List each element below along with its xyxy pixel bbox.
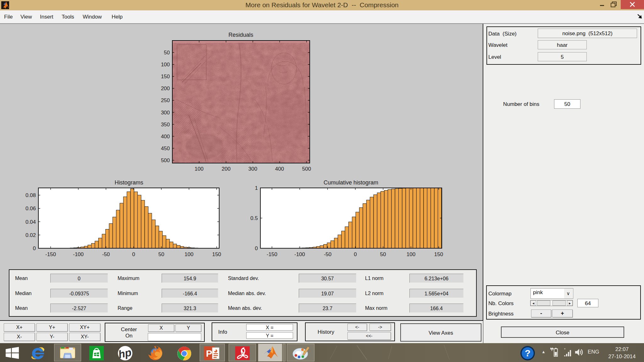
svg-text:0: 0 — [354, 251, 357, 257]
svg-text:400: 400 — [161, 134, 170, 140]
svg-text:0.04: 0.04 — [25, 219, 36, 225]
svg-text:*: * — [564, 348, 566, 351]
svg-text:350: 350 — [161, 122, 170, 128]
svg-text:150: 150 — [161, 74, 170, 80]
svg-text:150: 150 — [212, 251, 221, 257]
svg-text:50: 50 — [158, 251, 164, 257]
svg-text:-150: -150 — [267, 251, 277, 257]
svg-text:300: 300 — [248, 166, 257, 172]
svg-text:0.02: 0.02 — [25, 232, 36, 238]
svg-text:Histograms: Histograms — [114, 179, 143, 186]
svg-text:400: 400 — [275, 166, 284, 172]
svg-text:50: 50 — [164, 50, 170, 56]
svg-text:450: 450 — [161, 145, 170, 151]
svg-text:Residuals: Residuals — [228, 32, 253, 38]
svg-text:-50: -50 — [324, 251, 332, 257]
svg-text:0.5: 0.5 — [250, 215, 258, 221]
svg-text:-50: -50 — [102, 251, 110, 257]
svg-text:300: 300 — [161, 110, 170, 116]
svg-text:0: 0 — [255, 245, 258, 251]
svg-text:0: 0 — [132, 251, 135, 257]
svg-text:500: 500 — [302, 166, 311, 172]
svg-text:200: 200 — [222, 166, 230, 172]
svg-text:150: 150 — [434, 251, 443, 257]
svg-text:-100: -100 — [73, 251, 84, 257]
svg-text:?: ? — [525, 348, 530, 358]
svg-text:-100: -100 — [294, 251, 305, 257]
svg-text:P: P — [206, 348, 212, 359]
svg-text:100: 100 — [185, 251, 193, 257]
svg-text:500: 500 — [161, 157, 170, 163]
svg-text:1: 1 — [255, 185, 258, 191]
svg-text:200: 200 — [161, 85, 170, 91]
svg-text:100: 100 — [161, 62, 170, 68]
svg-text:0.08: 0.08 — [25, 192, 36, 198]
svg-text:-150: -150 — [45, 251, 56, 257]
svg-text:Cumulative histogram: Cumulative histogram — [324, 179, 378, 186]
svg-text:50: 50 — [380, 251, 386, 257]
svg-text:100: 100 — [407, 251, 415, 257]
svg-text:250: 250 — [161, 97, 170, 103]
svg-text:0.06: 0.06 — [25, 206, 36, 211]
svg-text:100: 100 — [195, 166, 203, 172]
svg-text:0: 0 — [33, 245, 36, 251]
